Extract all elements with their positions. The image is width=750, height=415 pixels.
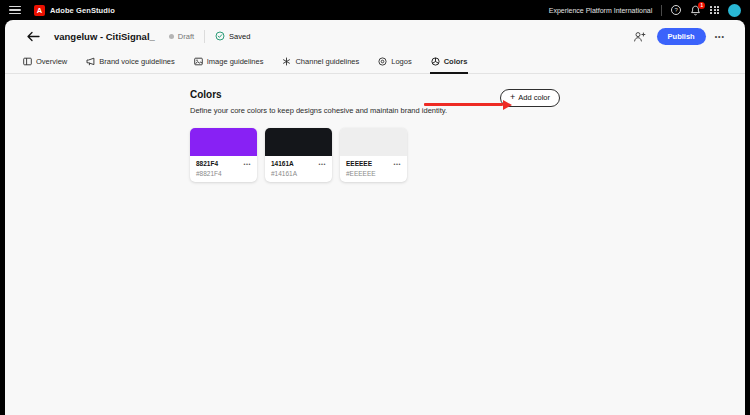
image-icon bbox=[194, 57, 203, 66]
plus-icon: + bbox=[510, 93, 515, 102]
draft-dot-icon bbox=[169, 34, 174, 39]
help-button[interactable]: ? bbox=[671, 5, 681, 15]
color-swatch bbox=[265, 128, 332, 156]
card-menu-button[interactable]: ••• bbox=[318, 161, 326, 167]
color-hex: #14161A bbox=[271, 170, 326, 177]
top-app-bar: A Adobe GenStudio Experience Platform In… bbox=[0, 0, 750, 20]
app-name: Adobe GenStudio bbox=[50, 6, 115, 15]
overview-icon bbox=[23, 57, 32, 66]
tab-colors[interactable]: Colors bbox=[430, 52, 469, 74]
document-toolbar: vangeluw - CitiSignal_ Draft Saved Publi… bbox=[5, 20, 745, 52]
saved-label: Saved bbox=[229, 32, 250, 41]
color-card[interactable]: 8821F4 ••• #8821F4 bbox=[190, 128, 257, 182]
tab-label: Overview bbox=[36, 57, 67, 66]
section-description: Define your core colors to keep designs … bbox=[190, 106, 447, 115]
hamburger-menu-icon[interactable] bbox=[9, 6, 21, 15]
tab-label: Logos bbox=[391, 57, 411, 66]
apps-grid-icon bbox=[710, 6, 719, 15]
add-color-label: Add color bbox=[518, 93, 550, 102]
add-user-icon bbox=[633, 31, 646, 42]
logos-icon bbox=[378, 57, 387, 66]
colors-section: Colors Define your core colors to keep d… bbox=[190, 89, 560, 182]
content-panel: vangeluw - CitiSignal_ Draft Saved Publi… bbox=[5, 20, 745, 415]
tab-label: Colors bbox=[444, 57, 468, 66]
tab-image-guidelines[interactable]: Image guidelines bbox=[193, 52, 265, 74]
guidelines-tabbar: Overview Brand voice guidelines Image gu… bbox=[5, 52, 745, 74]
tab-logos[interactable]: Logos bbox=[377, 52, 412, 74]
notifications-button[interactable]: 1 bbox=[690, 5, 701, 16]
color-swatch bbox=[190, 128, 257, 156]
color-card[interactable]: 14161A ••• #14161A bbox=[265, 128, 332, 182]
asterisk-icon bbox=[282, 57, 291, 66]
check-circle-icon bbox=[215, 31, 225, 41]
document-title[interactable]: vangeluw - CitiSignal_ bbox=[54, 31, 155, 42]
color-name: 14161A bbox=[271, 160, 294, 167]
back-button[interactable] bbox=[27, 31, 40, 42]
app-switcher-button[interactable] bbox=[710, 6, 719, 15]
color-card[interactable]: EEEEEE ••• #EEEEEE bbox=[340, 128, 407, 182]
tab-brand-voice-guidelines[interactable]: Brand voice guidelines bbox=[85, 52, 175, 74]
draft-status: Draft bbox=[169, 32, 194, 41]
help-icon: ? bbox=[671, 5, 681, 15]
toolbar-divider bbox=[204, 30, 205, 43]
publish-button[interactable]: Publish bbox=[657, 28, 706, 45]
color-hex: #EEEEEE bbox=[346, 170, 401, 177]
user-avatar[interactable] bbox=[728, 4, 741, 17]
topbar-divider bbox=[661, 5, 662, 16]
color-wheel-icon bbox=[431, 57, 440, 66]
color-cards-row: 8821F4 ••• #8821F4 14161A ••• #14161A bbox=[190, 128, 560, 182]
org-name[interactable]: Experience Platform International bbox=[549, 7, 653, 14]
more-options-button[interactable]: ••• bbox=[715, 33, 725, 40]
tab-label: Image guidelines bbox=[207, 57, 264, 66]
draft-label: Draft bbox=[178, 32, 194, 41]
section-heading: Colors bbox=[190, 89, 447, 100]
tab-label: Channel guidelines bbox=[295, 57, 359, 66]
tab-label: Brand voice guidelines bbox=[99, 57, 174, 66]
add-color-button[interactable]: + Add color bbox=[500, 89, 560, 107]
megaphone-icon bbox=[86, 57, 95, 66]
arrow-left-icon bbox=[27, 31, 40, 42]
notification-badge: 1 bbox=[698, 2, 705, 9]
color-hex: #8821F4 bbox=[196, 170, 251, 177]
color-swatch bbox=[340, 128, 407, 156]
color-name: 8821F4 bbox=[196, 160, 218, 167]
saved-status: Saved bbox=[215, 31, 250, 41]
color-name: EEEEEE bbox=[346, 160, 372, 167]
share-users-button[interactable] bbox=[633, 31, 646, 42]
tab-channel-guidelines[interactable]: Channel guidelines bbox=[281, 52, 360, 74]
tab-overview[interactable]: Overview bbox=[22, 52, 68, 74]
adobe-logo: A bbox=[34, 5, 45, 16]
card-menu-button[interactable]: ••• bbox=[243, 161, 251, 167]
card-menu-button[interactable]: ••• bbox=[393, 161, 401, 167]
